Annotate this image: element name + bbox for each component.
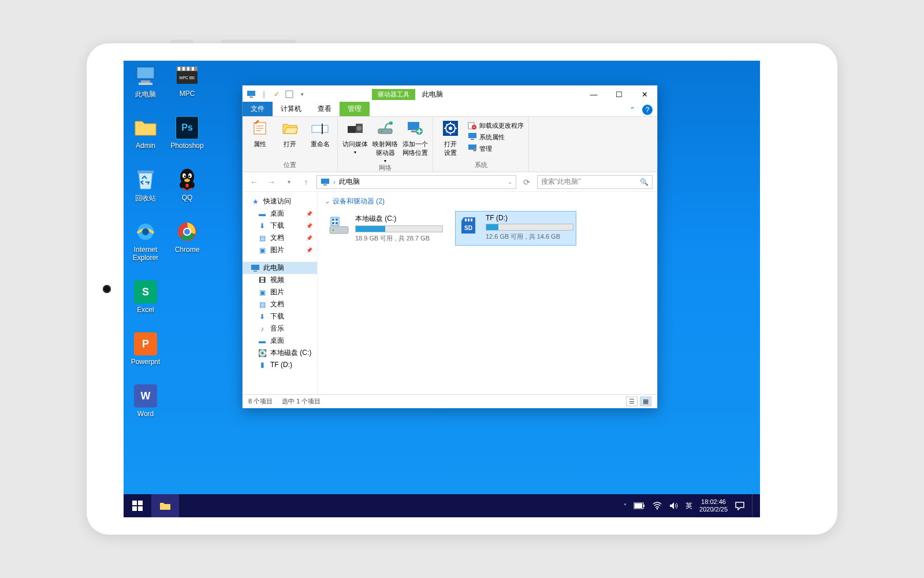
pin-icon: 📌	[306, 223, 312, 229]
nav-forward-button[interactable]: →	[264, 175, 278, 189]
minimize-button[interactable]: —	[581, 86, 606, 103]
sidebar-documents[interactable]: ▤文档📌	[243, 232, 317, 244]
tablet-button	[221, 40, 296, 43]
desktop-icon-admin[interactable]: Admin	[124, 116, 167, 150]
desktop-icon-label: Photoshop	[165, 142, 209, 150]
sidebar-this-pc[interactable]: 此电脑	[243, 262, 317, 274]
document-icon: ▤	[258, 300, 267, 309]
desktop-icon-label: Admin	[124, 142, 167, 150]
battery-icon[interactable]	[634, 502, 645, 509]
nav-back-button[interactable]: ←	[247, 175, 261, 189]
sidebar-quick-access[interactable]: ★快速访问	[243, 195, 317, 208]
ribbon-map-button[interactable]: 映射网络 驱动器▾	[372, 119, 398, 164]
drive-usage-text: 18.9 GB 可用 , 共 28.7 GB	[355, 234, 443, 243]
close-button[interactable]: ✕	[632, 86, 657, 103]
action-center-icon[interactable]	[735, 501, 745, 510]
desktop-icon-chrome[interactable]: Chrome	[165, 220, 209, 254]
ribbon-properties-button[interactable]: 属性	[247, 119, 273, 149]
refresh-button[interactable]: ⟳	[520, 175, 534, 189]
ribbon-manage-button[interactable]: 管理	[468, 143, 524, 154]
tab-file[interactable]: 文件	[243, 102, 273, 116]
sidebar-videos[interactable]: 🎞视频	[243, 274, 317, 286]
ribbon-open-button[interactable]: 打开	[277, 119, 303, 149]
tab-computer[interactable]: 计算机	[273, 102, 310, 116]
ribbon-media-button[interactable]: 访问媒体▾	[342, 119, 368, 155]
svg-rect-9	[178, 67, 180, 71]
ribbon-uninstall-button[interactable]: 卸载或更改程序	[468, 120, 524, 131]
sidebar-documents2[interactable]: ▤文档	[243, 298, 317, 310]
desktop-icon-ie[interactable]: Internet Explorer	[124, 220, 167, 262]
sidebar-pictures2[interactable]: ▣图片	[243, 286, 317, 298]
wifi-icon[interactable]	[652, 502, 662, 510]
address-input[interactable]: › 此电脑 ⌄	[316, 175, 516, 189]
ribbon-group-label: 系统	[438, 161, 524, 169]
maximize-button[interactable]: ☐	[606, 86, 632, 103]
volume-icon[interactable]	[669, 502, 679, 510]
titlebar[interactable]: | ✓ ▾ 驱动器工具 此电脑 — ☐ ✕	[243, 86, 657, 103]
tab-manage[interactable]: 管理	[340, 102, 370, 116]
desktop-icon-recyclebin[interactable]: 回收站	[124, 168, 167, 203]
sidebar-desktop[interactable]: ▬桌面📌	[243, 208, 317, 220]
qat-dropdown-icon[interactable]: ▾	[297, 89, 307, 99]
nav-history-button[interactable]: ▾	[282, 175, 296, 189]
media-icon	[346, 119, 364, 138]
sidebar-desktop2[interactable]: ▬桌面	[243, 335, 317, 347]
sd-card-icon: SD	[458, 214, 481, 237]
context-tab-label: 驱动器工具	[372, 89, 415, 100]
window-title: 此电脑	[415, 90, 450, 99]
sidebar-downloads[interactable]: ⬇下载📌	[243, 220, 317, 232]
content-pane[interactable]: ⌄设备和驱动器 (2) 本地磁盘 (C:) 18.9 GB 可用 , 共 28.…	[318, 192, 657, 394]
system-icon[interactable]	[246, 89, 256, 99]
sidebar-drive-d[interactable]: ▮TF (D:)	[243, 359, 317, 370]
search-input[interactable]: 搜索"此电脑" 🔍	[537, 175, 653, 189]
ribbon-sysprops-button[interactable]: 系统属性	[468, 132, 524, 142]
desktop-icon-qq[interactable]: QQ	[165, 168, 209, 202]
ribbon-collapse-icon[interactable]: ⌃	[629, 106, 635, 114]
section-header[interactable]: ⌄设备和驱动器 (2)	[325, 197, 650, 206]
show-desktop-button[interactable]	[752, 494, 755, 517]
svg-rect-49	[323, 184, 327, 186]
view-details-button[interactable]: ☰	[626, 397, 638, 406]
taskbar-explorer-button[interactable]	[151, 494, 179, 517]
svg-point-6	[142, 228, 149, 235]
sidebar-music[interactable]: ♪音乐	[243, 323, 317, 335]
sidebar-downloads2[interactable]: ⬇下载	[243, 310, 317, 323]
desktop-icon-photoshop[interactable]: Ps Photoshop	[165, 116, 209, 150]
tray-expand-icon[interactable]: ˄	[624, 503, 627, 509]
svg-point-20	[184, 179, 190, 182]
sd-icon: ▮	[258, 360, 267, 369]
ribbon-settings-button[interactable]: 打开 设置	[438, 119, 463, 157]
nav-up-button[interactable]: ↑	[299, 175, 313, 189]
desktop-icon-powerpnt[interactable]: P Powerpnt	[124, 332, 167, 366]
taskbar-clock[interactable]: 18:02:46 2020/2/25	[699, 498, 728, 513]
sidebar-pictures[interactable]: ▣图片📌	[243, 244, 317, 256]
this-pc-icon	[251, 264, 260, 273]
ime-indicator[interactable]: 英	[685, 501, 692, 511]
photoshop-icon: Ps	[176, 116, 199, 139]
desktop-icon-mpc[interactable]: MPC BE MPC	[165, 64, 209, 98]
drive-c[interactable]: 本地磁盘 (C:) 18.9 GB 可用 , 共 28.7 GB	[325, 211, 446, 246]
view-tiles-button[interactable]: ▦	[640, 397, 651, 406]
nav-sidebar[interactable]: ★快速访问 ▬桌面📌 ⬇下载📌 ▤文档📌 ▣图片📌 此电脑 🎞视频 ▣图片 ▤文…	[243, 192, 318, 394]
svg-rect-61	[471, 218, 472, 221]
pin-icon: 📌	[306, 211, 312, 217]
uninstall-icon	[468, 121, 477, 130]
desktop-icon-word[interactable]: W Word	[124, 384, 167, 418]
ribbon-rename-button[interactable]: 重命名	[307, 119, 333, 149]
svg-rect-57	[332, 222, 334, 224]
add-location-icon	[406, 119, 424, 138]
svg-rect-65	[132, 506, 137, 511]
start-button[interactable]	[124, 494, 151, 517]
sidebar-drive-c[interactable]: 💽本地磁盘 (C:)	[243, 347, 317, 359]
help-icon[interactable]: ?	[642, 105, 653, 115]
tab-view[interactable]: 查看	[310, 102, 340, 116]
qat-item-icon[interactable]	[284, 89, 295, 99]
desktop-icon-this-pc[interactable]: 此电脑	[124, 64, 167, 99]
desktop-icon-excel[interactable]: S Excel	[124, 280, 167, 314]
qat-properties-icon[interactable]: ✓	[271, 89, 282, 99]
manage-icon	[468, 144, 477, 153]
qq-icon	[176, 168, 199, 191]
ribbon-addloc-button[interactable]: 添加一个 网络位置	[403, 119, 428, 157]
ie-icon	[134, 220, 157, 243]
drive-d[interactable]: SD TF (D:) 12.6 GB 可用 , 共 14.6 GB	[455, 211, 576, 246]
